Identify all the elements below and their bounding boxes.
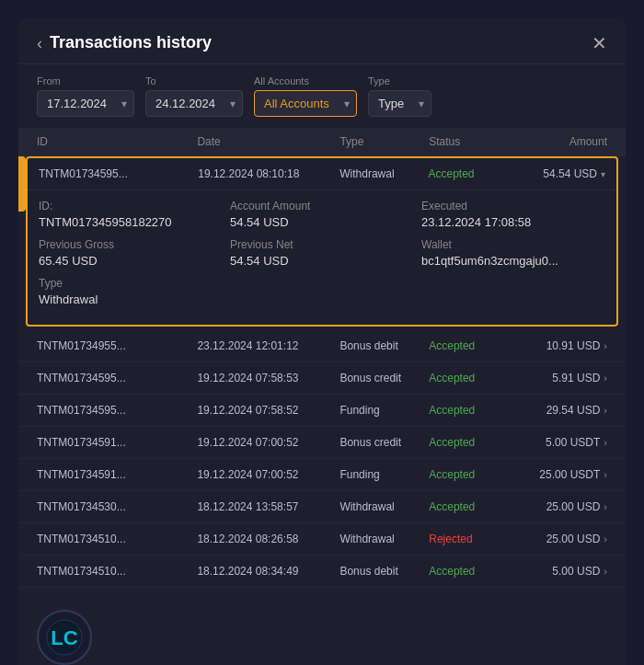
row-id: TNTM01734595... — [37, 372, 197, 384]
to-label: To — [145, 75, 243, 86]
row-status: Accepted — [429, 339, 518, 352]
row-type: Funding — [339, 468, 429, 481]
row-id: TNTM01734955... — [37, 339, 197, 352]
chevron-right-icon: › — [604, 340, 607, 351]
detail-type-value: Withdrawal — [39, 292, 223, 306]
sidebar-accent — [18, 156, 26, 212]
chevron-right-icon: › — [604, 533, 607, 545]
detail-gross: Previous Gross 65.45 USD — [39, 238, 223, 268]
detail-wallet-label: Wallet — [421, 238, 605, 251]
table-row[interactable]: TNTM01734591... 19.12.2024 07:00:52 Fund… — [18, 459, 626, 491]
accounts-select-wrapper[interactable]: All Accounts — [254, 90, 357, 117]
table-row[interactable]: TNTM01734955... 23.12.2024 12:01:12 Bonu… — [18, 330, 626, 362]
detail-id-value: TNTM017345958182270 — [39, 215, 223, 229]
back-button[interactable]: ‹ — [37, 35, 42, 52]
accounts-filter: All Accounts All Accounts — [254, 75, 357, 117]
transactions-panel: ‹ Transactions history ✕ From 17.12.2024… — [18, 18, 626, 665]
expanded-amount: 54.54 USD ▾ — [517, 167, 605, 180]
svg-text:LC: LC — [51, 626, 77, 649]
table-row[interactable]: TNTM01734591... 19.12.2024 07:00:52 Bonu… — [18, 427, 626, 459]
transaction-list: TNTM01734955... 23.12.2024 12:01:12 Bonu… — [18, 330, 626, 588]
accounts-label: All Accounts — [254, 75, 357, 86]
accounts-select[interactable]: All Accounts — [254, 90, 357, 117]
detail-account-value: 54.54 USD — [230, 215, 414, 229]
detail-gross-value: 65.45 USD — [39, 254, 223, 268]
collapse-icon: ▾ — [601, 169, 605, 179]
row-type: Bonus debit — [339, 339, 429, 352]
row-status: Rejected — [429, 533, 518, 545]
expanded-date: 19.12.2024 08:10:18 — [198, 167, 339, 180]
row-date: 18.12.2024 13:58:57 — [197, 500, 339, 513]
detail-row-2: Previous Gross 65.45 USD Previous Net 54… — [39, 238, 605, 268]
detail-row-3: Type Withdrawal — [39, 277, 605, 306]
type-filter: Type Type — [368, 75, 431, 117]
col-header-amount: Amount — [518, 135, 607, 148]
row-date: 19.12.2024 07:00:52 — [197, 468, 339, 481]
logo: LC — [37, 610, 92, 665]
expanded-status: Accepted — [429, 167, 517, 180]
detail-id: ID: TNTM017345958182270 — [39, 200, 223, 229]
chevron-right-icon: › — [604, 501, 607, 512]
detail-executed-value: 23.12.2024 17:08:58 — [421, 215, 605, 229]
row-id: TNTM01734510... — [37, 533, 197, 545]
close-button[interactable]: ✕ — [592, 34, 607, 52]
detail-account-label: Account Amount — [230, 200, 414, 212]
detail-executed: Executed 23.12.2024 17:08:58 — [421, 200, 605, 229]
table-row[interactable]: TNTM01734530... 18.12.2024 13:58:57 With… — [18, 491, 626, 523]
row-type: Funding — [339, 404, 429, 417]
col-header-status: Status — [429, 135, 518, 148]
chevron-right-icon: › — [604, 566, 607, 577]
col-header-id: ID — [37, 135, 197, 148]
row-status: Accepted — [429, 372, 518, 384]
expanded-transaction-row: TNTM01734595... 19.12.2024 08:10:18 With… — [26, 156, 618, 327]
row-type: Withdrawal — [339, 500, 429, 513]
detail-gross-label: Previous Gross — [39, 238, 223, 251]
type-select[interactable]: Type — [368, 90, 431, 117]
chevron-right-icon: › — [604, 437, 607, 448]
row-amount: 5.91 USD› — [518, 372, 607, 384]
detail-type: Type Withdrawal — [39, 277, 223, 306]
from-label: From — [37, 75, 134, 86]
col-header-date: Date — [197, 135, 339, 148]
row-status: Accepted — [429, 500, 518, 513]
row-date: 19.12.2024 07:58:52 — [197, 404, 339, 417]
table-row[interactable]: TNTM01734510... 18.12.2024 08:26:58 With… — [18, 523, 626, 556]
from-select[interactable]: 17.12.2024 — [37, 90, 134, 117]
row-date: 18.12.2024 08:26:58 — [197, 533, 339, 545]
col-header-type: Type — [339, 135, 429, 148]
type-select-wrapper[interactable]: Type — [368, 90, 431, 117]
from-filter: From 17.12.2024 — [37, 75, 134, 117]
detail-account: Account Amount 54.54 USD — [230, 200, 414, 229]
row-type: Withdrawal — [339, 533, 429, 545]
row-type: Bonus credit — [339, 436, 429, 449]
detail-wallet-value: bc1qtf5um6n3zcmgaju0... — [421, 254, 605, 268]
expanded-id: TNTM01734595... — [39, 167, 198, 180]
row-date: 23.12.2024 12:01:12 — [197, 339, 339, 352]
row-id: TNTM01734591... — [37, 468, 197, 481]
row-status: Accepted — [429, 404, 518, 417]
row-amount: 25.00 USD› — [518, 533, 607, 545]
to-select[interactable]: 24.12.2024 — [145, 90, 243, 117]
table-row[interactable]: TNTM01734595... 19.12.2024 07:58:52 Fund… — [18, 395, 626, 427]
expanded-detail: ID: TNTM017345958182270 Account Amount 5… — [28, 190, 616, 325]
row-amount: 5.00 USD› — [518, 565, 607, 578]
table-row[interactable]: TNTM01734510... 18.12.2024 08:34:49 Bonu… — [18, 556, 626, 588]
row-id: TNTM01734510... — [37, 565, 197, 578]
table-row[interactable]: TNTM01734595... 19.12.2024 07:58:53 Bonu… — [18, 362, 626, 395]
row-id: TNTM01734530... — [37, 500, 197, 513]
detail-net-label: Previous Net — [230, 238, 414, 251]
to-select-wrapper[interactable]: 24.12.2024 — [145, 90, 243, 117]
to-filter: To 24.12.2024 — [145, 75, 243, 117]
detail-net-value: 54.54 USD — [230, 254, 414, 268]
row-id: TNTM01734595... — [37, 404, 197, 417]
row-type: Bonus debit — [339, 565, 429, 578]
chevron-right-icon: › — [604, 469, 607, 480]
chevron-right-icon: › — [604, 405, 607, 416]
row-status: Accepted — [429, 565, 518, 578]
chevron-right-icon: › — [604, 373, 607, 384]
panel-title: Transactions history — [50, 33, 212, 52]
row-type: Bonus credit — [339, 372, 429, 384]
detail-type-label: Type — [39, 277, 223, 290]
from-select-wrapper[interactable]: 17.12.2024 — [37, 90, 134, 117]
expanded-row-header[interactable]: TNTM01734595... 19.12.2024 08:10:18 With… — [28, 158, 616, 190]
